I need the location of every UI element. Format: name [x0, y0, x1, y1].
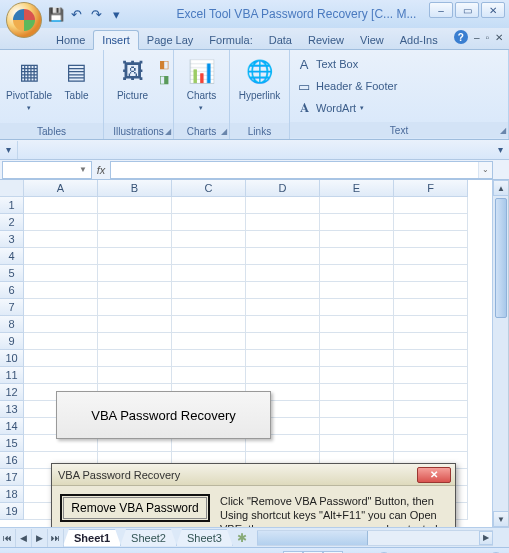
row-head-7[interactable]: 7: [0, 299, 24, 316]
fx-icon[interactable]: fx: [92, 164, 110, 176]
dialog-close-button[interactable]: ✕: [417, 467, 451, 483]
remove-vba-password-button[interactable]: Remove VBA Password: [60, 494, 210, 522]
cell[interactable]: [394, 367, 468, 384]
col-head-D[interactable]: D: [246, 180, 320, 197]
sheet-nav-first-icon[interactable]: ⏮: [0, 529, 16, 547]
cell[interactable]: [320, 384, 394, 401]
cell[interactable]: [172, 197, 246, 214]
row-head-11[interactable]: 11: [0, 367, 24, 384]
maximize-button[interactable]: ▭: [455, 2, 479, 18]
cell[interactable]: [24, 197, 98, 214]
row-head-13[interactable]: 13: [0, 401, 24, 418]
new-sheet-button[interactable]: ✱: [233, 531, 251, 545]
row-head-12[interactable]: 12: [0, 384, 24, 401]
cell[interactable]: [394, 299, 468, 316]
close-window-button[interactable]: ✕: [481, 2, 505, 18]
tab-view[interactable]: View: [352, 31, 392, 49]
cell[interactable]: [172, 350, 246, 367]
sheet-tab-2[interactable]: Sheet2: [120, 529, 177, 546]
row-head-17[interactable]: 17: [0, 469, 24, 486]
cell[interactable]: [320, 248, 394, 265]
horizontal-scrollbar[interactable]: ◀ ▶: [257, 530, 493, 546]
cell[interactable]: [98, 248, 172, 265]
save-icon[interactable]: 💾: [48, 6, 64, 22]
cell[interactable]: [98, 265, 172, 282]
row-head-1[interactable]: 1: [0, 197, 24, 214]
namebox-dropdown-icon[interactable]: ▼: [79, 165, 87, 174]
tab-insert[interactable]: Insert: [93, 30, 139, 50]
help-icon[interactable]: ?: [454, 30, 468, 44]
cell[interactable]: [246, 282, 320, 299]
headerfooter-button[interactable]: ▭Header & Footer: [296, 76, 502, 96]
cell[interactable]: [394, 350, 468, 367]
row-head-2[interactable]: 2: [0, 214, 24, 231]
minimize-button[interactable]: –: [429, 2, 453, 18]
cell[interactable]: [320, 418, 394, 435]
scroll-down-icon[interactable]: ▼: [493, 511, 509, 527]
scroll-up-icon[interactable]: ▲: [493, 180, 509, 196]
cell[interactable]: [98, 367, 172, 384]
tab-data[interactable]: Data: [261, 31, 300, 49]
worksheet-grid[interactable]: ABCDEF12345678910111213141516171819 VBA …: [0, 180, 509, 527]
cell[interactable]: [24, 299, 98, 316]
undo-icon[interactable]: ↶: [68, 6, 84, 22]
cell[interactable]: [320, 231, 394, 248]
vscroll-thumb[interactable]: [495, 198, 507, 318]
cell[interactable]: [98, 350, 172, 367]
textbox-button[interactable]: AText Box: [296, 54, 502, 74]
hyperlink-button[interactable]: 🌐 Hyperlink: [236, 54, 283, 101]
cell[interactable]: [24, 316, 98, 333]
cell[interactable]: [394, 384, 468, 401]
cell[interactable]: [320, 401, 394, 418]
cell[interactable]: [394, 214, 468, 231]
cell[interactable]: [320, 265, 394, 282]
col-head-B[interactable]: B: [98, 180, 172, 197]
cell[interactable]: [246, 367, 320, 384]
sheet-nav-last-icon[interactable]: ⏭: [48, 529, 64, 547]
row-head-19[interactable]: 19: [0, 503, 24, 520]
picture-button[interactable]: 🖼 Picture: [110, 54, 155, 101]
cell[interactable]: [320, 214, 394, 231]
table-button[interactable]: ▤ Table: [56, 54, 97, 101]
charts-button[interactable]: 📊 Charts▾: [180, 54, 223, 113]
name-box[interactable]: ▼: [2, 161, 92, 179]
row-head-10[interactable]: 10: [0, 350, 24, 367]
row-head-14[interactable]: 14: [0, 418, 24, 435]
cell[interactable]: [320, 197, 394, 214]
sheet-tab-3[interactable]: Sheet3: [176, 529, 233, 546]
tab-formulas[interactable]: Formula:: [201, 31, 260, 49]
cell[interactable]: [246, 333, 320, 350]
dialog-title-bar[interactable]: VBA Password Recovery ✕: [52, 464, 455, 486]
ribbon-minimize-icon[interactable]: –: [474, 32, 480, 43]
cell[interactable]: [98, 197, 172, 214]
cell[interactable]: [246, 316, 320, 333]
cell[interactable]: [98, 333, 172, 350]
office-button[interactable]: [6, 2, 42, 38]
cell[interactable]: [394, 265, 468, 282]
cell[interactable]: [246, 197, 320, 214]
ribbon-close-icon[interactable]: ✕: [495, 32, 503, 43]
cell[interactable]: [246, 248, 320, 265]
cell[interactable]: [98, 282, 172, 299]
tab-addins[interactable]: Add-Ins: [392, 31, 446, 49]
cell[interactable]: [172, 248, 246, 265]
cell[interactable]: [394, 401, 468, 418]
cell[interactable]: [98, 316, 172, 333]
row-head-18[interactable]: 18: [0, 486, 24, 503]
cell[interactable]: [24, 367, 98, 384]
row-head-9[interactable]: 9: [0, 333, 24, 350]
tab-page-layout[interactable]: Page Lay: [139, 31, 201, 49]
cell[interactable]: [394, 316, 468, 333]
cell[interactable]: [24, 265, 98, 282]
row-head-15[interactable]: 15: [0, 435, 24, 452]
cell[interactable]: [24, 248, 98, 265]
cell[interactable]: [246, 231, 320, 248]
row-head-4[interactable]: 4: [0, 248, 24, 265]
cell[interactable]: [24, 333, 98, 350]
qat-more-icon[interactable]: ▾: [108, 6, 124, 22]
col-head-E[interactable]: E: [320, 180, 394, 197]
cell[interactable]: [172, 316, 246, 333]
redo-icon[interactable]: ↷: [88, 6, 104, 22]
cell[interactable]: [394, 418, 468, 435]
cell[interactable]: [320, 333, 394, 350]
